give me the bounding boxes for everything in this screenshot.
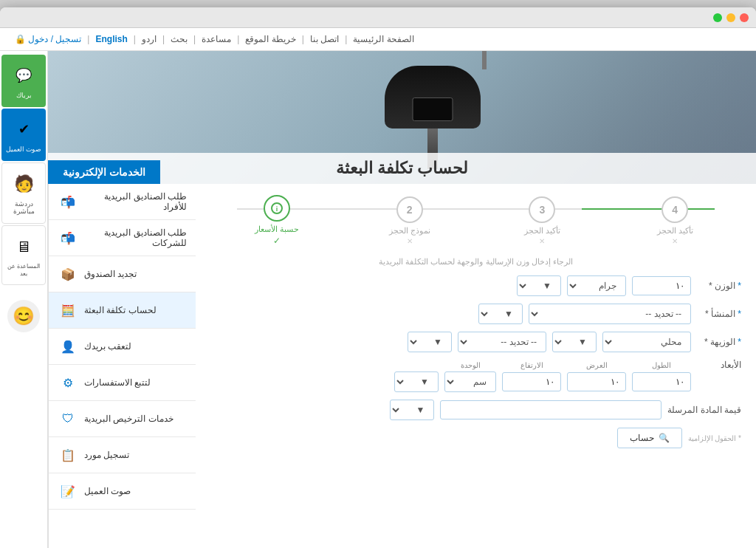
english-link[interactable]: English xyxy=(95,34,127,44)
minimize-btn[interactable] xyxy=(726,13,735,22)
dims-labels-row: الأبعاد الطول العرض الارتفاع الوحدة xyxy=(210,360,741,370)
home-link[interactable]: الصفحة الرئيسية xyxy=(353,34,413,44)
service-item-renew-box[interactable]: تجديد الصندوق 📦 xyxy=(49,256,196,292)
svg-text:i: i xyxy=(276,205,278,213)
type-select1[interactable]: محلي دولي xyxy=(602,332,691,352)
weight-row: * الوزن * جرام كيلو ▼ xyxy=(210,275,741,296)
step-4-label: تأكيد الحجز xyxy=(657,226,693,236)
parcel-value-input[interactable] xyxy=(440,400,662,419)
unit-select[interactable]: سم xyxy=(444,371,496,392)
length-input[interactable] xyxy=(632,372,691,391)
action-row: * الحقول الإلزامية 🔍 حساب xyxy=(210,428,741,448)
service-item-postal-boxes-individuals[interactable]: طلب الصناديق البريدية للأفراد 📬 xyxy=(49,184,196,220)
sidebar-item-briiak[interactable]: 💬 برياك xyxy=(1,55,46,107)
postal-boxes-companies-icon: 📬 xyxy=(58,227,78,248)
length-sub-label: الطول xyxy=(632,361,691,369)
parcel-value-arrow[interactable]: ▼ xyxy=(390,400,434,420)
service-label-follow-inquiries: لتتبع الاستفسارات xyxy=(84,377,151,388)
service-item-follow-inquiries[interactable]: لتتبع الاستفسارات ⚙ xyxy=(49,365,196,401)
step-3: 3 تأكيد الحجز ✕ xyxy=(476,196,609,245)
width-input[interactable] xyxy=(567,372,626,391)
follow-inquiries-icon: ⚙ xyxy=(58,372,78,393)
destination-row: * المنشأ * -- تحديد -- ▼ xyxy=(210,304,741,324)
weight-label: * الوزن * xyxy=(697,281,741,291)
sitemap-link[interactable]: خريطة الموقع xyxy=(245,34,295,44)
customer-voice-right-icon: 📝 xyxy=(58,481,78,501)
help-link[interactable]: مساعدة xyxy=(202,34,231,44)
monitor-icon: 🖥 xyxy=(10,233,37,260)
destination-select[interactable]: -- تحديد -- xyxy=(529,304,691,324)
person-icon: 🧑 xyxy=(10,171,37,197)
service-item-track-mail[interactable]: لتعقب بريدك 👤 xyxy=(49,329,196,365)
top-navigation: الصفحة الرئيسية | اتصل بنا | خريطة الموق… xyxy=(0,28,756,51)
browser-controls xyxy=(713,13,749,22)
service-item-postal-license[interactable]: خدمات الترخيص البريدية 🛡 xyxy=(49,401,196,437)
step-2-circle: 2 xyxy=(396,196,423,223)
form-instruction: الرجاء إدخال وزن الإرسالية والوجهة لحساب… xyxy=(210,257,741,267)
right-sidebar: طلب الصناديق البريدية للأفراد 📬 طلب الصن… xyxy=(48,184,196,548)
unit-arrow-select[interactable]: ▼ xyxy=(394,371,439,392)
type-select2[interactable]: -- تحديد -- xyxy=(458,332,546,352)
width-sub-label: العرض xyxy=(567,361,626,369)
step-4-circle: 4 xyxy=(662,196,688,223)
track-mail-icon: 👤 xyxy=(58,336,78,357)
browser-window: الصفحة الرئيسية | اتصل بنا | خريطة الموق… xyxy=(0,7,756,548)
sidebar-item-feedback[interactable]: 😊 xyxy=(1,287,46,346)
service-label-renew-box: تجديد الصندوق xyxy=(84,269,137,279)
type-label: * الوزيهة * xyxy=(697,337,741,347)
login-link[interactable]: تسجيل / دخول 🔒 xyxy=(15,34,81,44)
type-select2-arrow[interactable]: ▼ xyxy=(408,332,452,352)
sidebar-item-remote-help[interactable]: 🖥 المساعدة عن بعد xyxy=(1,225,46,285)
urdu-link[interactable]: اردو xyxy=(142,34,157,44)
mandatory-note: * الحقول الإلزامية xyxy=(688,434,741,442)
search-link[interactable]: بحث xyxy=(171,34,188,44)
weight-unit-select[interactable]: جرام كيلو xyxy=(567,275,626,296)
height-sub-label: الارتفاع xyxy=(502,361,561,369)
calculate-button[interactable]: 🔍 حساب xyxy=(617,428,682,448)
type-row: * الوزيهة * محلي دولي ▼ -- تحديد -- xyxy=(210,332,741,352)
chat-icon: 💬 xyxy=(10,62,37,89)
service-label-register-vendor: تسجيل مورد xyxy=(84,450,129,460)
sidebar-item-customer-voice[interactable]: ✔ صوت العميل xyxy=(1,109,46,161)
service-item-calc-cost[interactable]: لحساب تكلفة البعثة 🧮 xyxy=(49,292,196,329)
unit-sub-label: الوحدة xyxy=(444,361,496,369)
contact-link[interactable]: اتصل بنا xyxy=(310,34,339,44)
main-layout: 💬 برياك ✔ صوت العميل 🧑 دردشة مباشرة 🖥 ال… xyxy=(0,51,756,548)
service-label-customer-voice-right: صوت العميل xyxy=(84,486,131,496)
height-input[interactable] xyxy=(502,372,561,391)
destination-arrow-select[interactable]: ▼ xyxy=(478,304,523,324)
left-sidebar: 💬 برياك ✔ صوت العميل 🧑 دردشة مباشرة 🖥 ال… xyxy=(0,51,48,548)
step-1-label: حسبة الأسعار xyxy=(255,225,299,234)
calc-cost-icon: 🧮 xyxy=(58,300,78,321)
step-2-label: نموذج الحجز xyxy=(389,226,430,236)
dims-inputs-row: سم ▼ xyxy=(210,371,741,392)
checkmark-icon: ✔ xyxy=(10,116,37,143)
e-services-button[interactable]: الخدمات الإلكترونية xyxy=(48,160,160,184)
service-item-postal-boxes-companies[interactable]: طلب الصناديق البريدية للشركات 📬 xyxy=(49,220,196,256)
type-select1-arrow[interactable]: ▼ xyxy=(552,332,597,352)
postal-boxes-individuals-icon: 📬 xyxy=(58,191,78,212)
service-label-calc-cost: لحساب تكلفة البعثة xyxy=(84,305,157,315)
step-1: i حسبة الأسعار ✓ xyxy=(210,195,343,246)
steps-bar: i حسبة الأسعار ✓ 2 نموذج الحجز ✕ xyxy=(210,195,741,246)
renew-box-icon: 📦 xyxy=(58,264,78,284)
smiley-icon[interactable]: 😊 xyxy=(7,300,40,332)
search-icon: 🔍 xyxy=(659,433,670,443)
weight-input[interactable] xyxy=(632,276,691,295)
parcel-value-row: قيمة المادة المرسلة ▼ xyxy=(210,400,741,420)
content-area: لحساب تكلفة البعثة الخدمات الإلكترونية xyxy=(48,51,756,548)
service-item-register-vendor[interactable]: تسجيل مورد 📋 xyxy=(49,437,196,473)
service-item-customer-voice-right[interactable]: صوت العميل 📝 xyxy=(49,473,196,510)
service-label-postal-boxes-companies: طلب الصناديق البريدية للشركات xyxy=(84,227,187,248)
sidebar-item-live-chat[interactable]: 🧑 دردشة مباشرة xyxy=(1,162,46,225)
step-2: 2 نموذج الحجز ✕ xyxy=(343,196,476,245)
maximize-btn[interactable] xyxy=(713,13,722,22)
destination-label: * المنشأ * xyxy=(697,309,741,319)
register-vendor-icon: 📋 xyxy=(58,445,78,465)
form-services-wrapper: i حسبة الأسعار ✓ 2 نموذج الحجز ✕ xyxy=(48,184,756,548)
service-label-postal-license: خدمات الترخيص البريدية xyxy=(84,414,173,424)
dims-main-label: الأبعاد xyxy=(697,360,741,370)
close-btn[interactable] xyxy=(740,13,749,22)
parcel-value-label: قيمة المادة المرسلة xyxy=(667,405,741,415)
weight-type-select[interactable]: ▼ xyxy=(517,275,561,296)
